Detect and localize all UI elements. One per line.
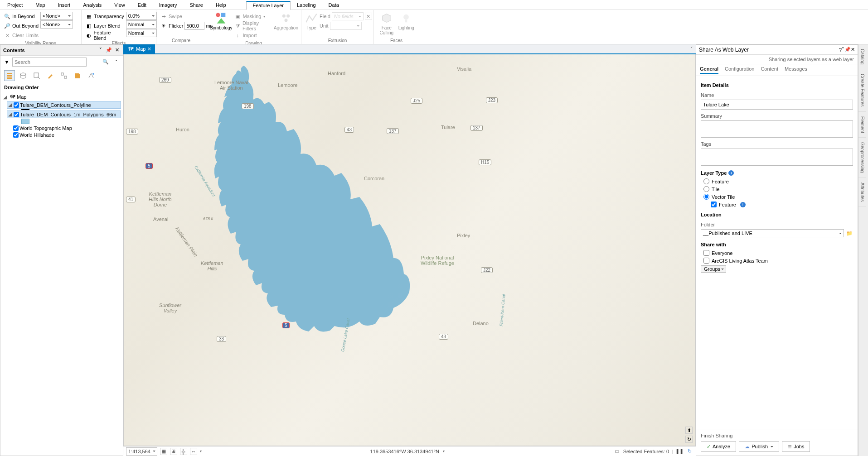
- polygon-visibility-checkbox[interactable]: [14, 112, 19, 117]
- menu-map[interactable]: Map: [29, 1, 51, 9]
- symbology-button[interactable]: Symbology: [210, 12, 232, 40]
- folder-browse-icon[interactable]: 📁: [846, 230, 853, 237]
- expand-map-icon[interactable]: ◢: [3, 94, 8, 100]
- expand-polygon-icon[interactable]: ◢: [8, 111, 13, 117]
- layer-type-tile-radio[interactable]: [703, 186, 709, 192]
- display-filters-label[interactable]: Display Filters: [242, 20, 273, 31]
- clear-limits-label[interactable]: Clear Limits: [12, 33, 39, 38]
- scale-select[interactable]: 1:413,564: [126, 447, 157, 456]
- menu-project[interactable]: Project: [1, 1, 29, 9]
- nav-north-icon[interactable]: ⬆: [685, 427, 693, 434]
- feature-blend-select[interactable]: Normal: [126, 29, 157, 37]
- share-pin-icon[interactable]: 📌: [844, 47, 851, 53]
- expand-polyline-icon[interactable]: ◢: [8, 102, 13, 108]
- lighting-button[interactable]: Lighting: [398, 12, 416, 37]
- sb-snap-icon[interactable]: ⊞: [170, 448, 177, 455]
- map-root-label[interactable]: Map: [17, 94, 26, 100]
- tags-textarea[interactable]: [701, 149, 853, 166]
- assoc-feature-checkbox[interactable]: [711, 202, 717, 207]
- face-culling-button[interactable]: Face Culling: [378, 12, 396, 37]
- masking-label[interactable]: Masking: [242, 14, 261, 19]
- map-tab[interactable]: 🗺 Map ✕: [123, 44, 155, 53]
- right-tab-create-features[interactable]: Create Features: [858, 69, 866, 111]
- layer-type-feature-radio[interactable]: [703, 178, 709, 184]
- refresh-icon[interactable]: ↻: [686, 448, 693, 455]
- share-close-icon[interactable]: ✕: [851, 47, 855, 53]
- field-select[interactable]: No fields: [332, 12, 364, 20]
- sb-constraints-icon[interactable]: ↔: [190, 448, 197, 455]
- list-drawing-order-button[interactable]: [4, 70, 15, 81]
- flicker-label[interactable]: Flicker: [169, 23, 183, 29]
- share-living-atlas-checkbox[interactable]: [703, 258, 709, 264]
- coord-dd-icon[interactable]: ▾: [443, 449, 445, 453]
- list-perspective-button[interactable]: [86, 70, 97, 81]
- folder-select[interactable]: __Published and LIVE: [701, 229, 844, 237]
- right-tab-attributes[interactable]: Attributes: [858, 178, 866, 206]
- field-x-icon[interactable]: ✕: [365, 13, 372, 20]
- pause-drawing-icon[interactable]: ❚❚: [676, 448, 683, 455]
- filter-icon[interactable]: ▼: [3, 58, 10, 66]
- layer-blend-select[interactable]: Normal: [126, 20, 157, 29]
- topo-visibility-checkbox[interactable]: [13, 125, 19, 131]
- contents-pin-icon[interactable]: 📌: [106, 47, 112, 53]
- menu-analysis[interactable]: Analysis: [77, 1, 108, 9]
- jobs-button[interactable]: ≣Jobs: [782, 441, 810, 452]
- contents-close-icon[interactable]: ✕: [114, 47, 120, 53]
- menu-share[interactable]: Share: [184, 1, 209, 9]
- share-tab-content[interactable]: Content: [761, 66, 778, 74]
- unit-select[interactable]: [330, 22, 362, 30]
- layer-hillshade[interactable]: World Hillshade: [19, 132, 54, 138]
- hillshade-visibility-checkbox[interactable]: [13, 132, 19, 138]
- list-source-button[interactable]: [18, 70, 29, 81]
- flicker-value-input[interactable]: [184, 22, 204, 30]
- sb-guides-icon[interactable]: ╬: [180, 448, 187, 455]
- share-everyone-checkbox[interactable]: [703, 250, 709, 256]
- map-viewport[interactable]: Lemoore Naval Air Station Lemoore Hanfor…: [123, 54, 696, 446]
- layer-polyline[interactable]: Tulare_DEM_Contours_Polyline: [20, 102, 91, 108]
- polyline-symbol[interactable]: [21, 109, 29, 110]
- context-tab-data[interactable]: Data: [322, 1, 345, 9]
- sb-constraints-dd-icon[interactable]: ▾: [200, 449, 202, 453]
- layer-topo[interactable]: World Topographic Map: [19, 125, 72, 131]
- summary-textarea[interactable]: [701, 120, 853, 138]
- menu-help[interactable]: Help: [209, 1, 233, 9]
- menu-edit[interactable]: Edit: [131, 1, 153, 9]
- in-beyond-select[interactable]: <None>: [40, 12, 73, 20]
- polygon-symbol[interactable]: [21, 119, 29, 124]
- list-editing-button[interactable]: [45, 70, 56, 81]
- name-input[interactable]: [701, 100, 853, 110]
- analyze-button[interactable]: ✓Analyze: [701, 441, 736, 452]
- menu-imagery[interactable]: Imagery: [153, 1, 184, 9]
- sb-grid-icon[interactable]: ▦: [160, 448, 167, 455]
- share-tab-general[interactable]: General: [700, 66, 718, 74]
- nav-toggle-icon[interactable]: ↻: [685, 436, 693, 443]
- list-selection-button[interactable]: [31, 70, 42, 81]
- list-labeling-button[interactable]: [72, 70, 83, 81]
- share-tab-messages[interactable]: Messages: [785, 66, 807, 74]
- transparency-select[interactable]: 0.0%: [126, 12, 157, 20]
- contents-dropdown-icon[interactable]: ˅: [97, 47, 104, 53]
- right-tab-geoprocessing[interactable]: Geoprocessing: [858, 138, 866, 178]
- out-beyond-select[interactable]: <None>: [40, 20, 73, 29]
- layer-polygon[interactable]: Tulare_DEM_Contours_1m_Polygons_66m: [20, 112, 116, 117]
- menu-view[interactable]: View: [108, 1, 131, 9]
- right-tab-catalog[interactable]: Catalog: [858, 44, 866, 69]
- swipe-label[interactable]: Swipe: [169, 14, 182, 19]
- list-snapping-button[interactable]: [58, 70, 69, 81]
- layer-type-vector-tile-radio[interactable]: [703, 194, 709, 200]
- map-view-menu-icon[interactable]: ˅: [688, 44, 696, 53]
- search-icon[interactable]: 🔍: [102, 59, 109, 65]
- share-tab-configuration[interactable]: Configuration: [725, 66, 754, 74]
- publish-button[interactable]: ☁Publish: [739, 441, 779, 452]
- import-label[interactable]: Import: [242, 33, 257, 38]
- context-tab-labeling[interactable]: Labeling: [291, 1, 322, 9]
- assoc-feature-info-icon[interactable]: i: [740, 202, 746, 207]
- contents-search-input[interactable]: [12, 58, 87, 67]
- polyline-visibility-checkbox[interactable]: [14, 102, 19, 108]
- search-options-icon[interactable]: ˅: [113, 58, 120, 66]
- share-groups-select[interactable]: Groups: [701, 265, 726, 273]
- context-tab-feature-layer[interactable]: Feature Layer: [246, 1, 291, 10]
- map-tab-close-icon[interactable]: ✕: [147, 46, 151, 52]
- aggregation-button[interactable]: Aggregation: [275, 12, 297, 40]
- menu-insert[interactable]: Insert: [52, 1, 77, 9]
